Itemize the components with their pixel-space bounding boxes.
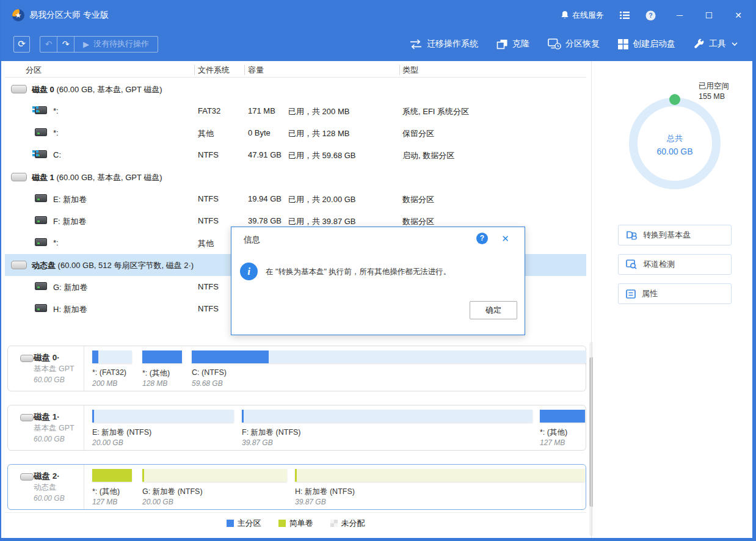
dialog-ok-button[interactable]: 确定: [470, 301, 517, 319]
partition-bar[interactable]: [142, 350, 182, 363]
used-space-value: 155 MB: [699, 92, 729, 102]
minimize-button[interactable]: ─: [674, 10, 685, 20]
redo-button[interactable]: ↷: [57, 37, 75, 52]
toolbar-action-migrate-os[interactable]: 迁移操作系统: [409, 38, 478, 49]
disk-card-name: 磁盘 2·: [34, 471, 60, 482]
disk-card[interactable]: 磁盘 1·基本盘 GPT60.00 GBE: 新加卷 (NTFS)20.00 G…: [7, 405, 586, 451]
partition-bar[interactable]: [540, 410, 585, 423]
column-header-type: 类型: [402, 65, 418, 76]
toolbar-action-tools[interactable]: 工具: [694, 38, 738, 49]
toolbar-action-label: 迁移操作系统: [427, 38, 478, 49]
partition-filesystem: 其他: [198, 128, 214, 139]
column-divider: [399, 65, 400, 75]
table-header: 分区 文件系统 容量 类型: [5, 63, 586, 78]
partition-bar-label: C: (NTFS): [192, 368, 227, 377]
partition-filesystem: FAT32: [198, 106, 220, 115]
disk-card[interactable]: 磁盘 0·基本盘 GPT60.00 GB*: (FAT32)200 MB*: (…: [7, 346, 586, 391]
partition-bar-size: 39.87 GB: [242, 438, 273, 447]
partition-bar-label: *: (FAT32): [92, 368, 126, 377]
partition-bar-label: H: 新加卷 (NTFS): [295, 487, 355, 497]
windows-badge-icon: [32, 106, 38, 112]
partition-type: 系统, EFI 系统分区: [402, 106, 469, 117]
partition-bar[interactable]: [242, 410, 532, 423]
table-row-partition[interactable]: *:FAT32171 MB已用，共 200 MB系统, EFI 系统分区: [5, 100, 586, 122]
partition-icon: [35, 216, 47, 224]
disk-card-kind: 基本盘 GPT: [34, 423, 75, 434]
partition-used-fill: [142, 469, 144, 482]
partition-bar[interactable]: [92, 410, 234, 423]
partition-bar[interactable]: [142, 469, 287, 482]
column-header-partition: 分区: [26, 65, 42, 76]
table-row-partition[interactable]: E: 新加卷NTFS19.94 GB已用，共 20.00 GB数据分区: [5, 188, 586, 210]
legend-item: 简单卷: [278, 518, 313, 529]
partition-label: *:: [53, 238, 59, 247]
disk-card-size: 60.00 GB: [34, 376, 65, 384]
table-row-partition[interactable]: C:NTFS47.91 GB已用，共 59.68 GB启动, 数据分区: [5, 144, 586, 166]
info-icon: i: [240, 263, 258, 280]
disk-row-label: 磁盘 1 (60.00 GB, 基本盘, GPT 磁盘): [32, 172, 162, 183]
partition-bar[interactable]: [295, 469, 585, 482]
toolbar-action-partition-recovery[interactable]: 分区恢复: [548, 38, 600, 49]
online-service-button[interactable]: 在线服务: [561, 10, 604, 21]
sidebar-button-label: 属性: [642, 288, 658, 299]
partition-used: 39.78 GB: [248, 216, 282, 225]
partition-type: 保留分区: [402, 128, 434, 139]
toolbar: ⟳ ↶ ↷ ▶ 没有待执行操作 迁移操作系统克隆分区恢复创建启动盘工具: [1, 31, 752, 61]
redo-icon: ↷: [62, 39, 70, 49]
partition-used-fill: [142, 350, 182, 363]
partition-usage: 已用，共 200 MB: [288, 106, 349, 117]
app-title: 易我分区大师 专业版: [29, 10, 109, 21]
disk-card-name: 磁盘 1·: [34, 412, 60, 423]
partition-used-fill: [540, 410, 585, 423]
partition-label: *:: [53, 106, 59, 115]
partition-bar[interactable]: [192, 350, 586, 363]
disk-icon: [11, 261, 27, 269]
disk-card[interactable]: 磁盘 2·动态盘60.00 GB*: (其他)127 MBG: 新加卷 (NTF…: [7, 464, 586, 510]
partition-filesystem: NTFS: [198, 194, 219, 203]
partition-used: 19.94 GB: [248, 194, 282, 203]
close-button[interactable]: ✕: [733, 10, 744, 20]
partition-usage: 已用，共 128 MB: [288, 128, 349, 139]
chevron-down-icon: [732, 42, 738, 46]
dialog-help-icon[interactable]: ?: [476, 233, 488, 244]
disk-icon: [20, 414, 34, 421]
toolbar-action-label: 工具: [709, 38, 726, 49]
partition-bar[interactable]: [92, 469, 132, 482]
table-row-partition[interactable]: *:其他0 Byte已用，共 128 MB保留分区: [5, 122, 586, 144]
table-row-disk[interactable]: 磁盘 1 (60.00 GB, 基本盘, GPT 磁盘): [5, 166, 586, 188]
column-header-filesystem: 文件系统: [198, 65, 230, 76]
partition-type: 启动, 数据分区: [402, 150, 454, 161]
dialog-close-icon[interactable]: ✕: [500, 233, 511, 244]
legend-divider: [5, 512, 586, 513]
toolbar-action-create-boot-disk[interactable]: 创建启动盘: [618, 38, 675, 49]
partition-bar-label: G: 新加卷 (NTFS): [142, 487, 203, 497]
list-icon: [620, 11, 630, 20]
maximize-button[interactable]: ☐: [703, 10, 714, 20]
help-button[interactable]: ?: [645, 10, 656, 21]
partition-bar-label: E: 新加卷 (NTFS): [92, 427, 151, 438]
operations-group: ↶ ↷ ▶ 没有待执行操作: [40, 36, 158, 53]
partition-bar[interactable]: [92, 350, 132, 363]
table-row-disk[interactable]: 磁盘 0 (60.00 GB, 基本盘, GPT 磁盘): [5, 78, 586, 100]
sidebar-button-convert-to-basic[interactable]: 转换到基本盘: [618, 225, 732, 245]
legend-label: 简单卷: [289, 518, 313, 529]
partition-used: 47.91 GB: [248, 150, 282, 159]
disk-card-info: 磁盘 2·动态盘60.00 GB: [8, 465, 84, 509]
disk-icon: [20, 473, 34, 481]
sidebar-button-label: 坏道检测: [643, 259, 675, 270]
partition-bar-label: F: 新加卷 (NTFS): [242, 427, 301, 438]
disk-icon: [11, 85, 27, 93]
pending-operations-button[interactable]: ▶ 没有待执行操作: [75, 37, 158, 52]
sidebar-button-properties[interactable]: 属性: [618, 283, 732, 304]
undo-button[interactable]: ↶: [40, 37, 57, 52]
refresh-button[interactable]: ⟳: [13, 36, 30, 53]
legend: 主分区简单卷未分配: [5, 518, 586, 529]
sidebar-button-bad-sector-check[interactable]: 坏道检测: [618, 254, 732, 275]
legend-item: 主分区: [227, 518, 261, 529]
activity-list-button[interactable]: [620, 11, 630, 20]
legend-label: 未分配: [341, 518, 365, 529]
disk-row-label: 动态盘 (60.00 GB, 512 每扇区字节数, 磁盘 2·): [32, 260, 194, 271]
windows-badge-icon: [32, 150, 38, 156]
partition-usage: 已用，共 20.00 GB: [288, 194, 356, 205]
toolbar-action-clone[interactable]: 克隆: [496, 38, 529, 49]
